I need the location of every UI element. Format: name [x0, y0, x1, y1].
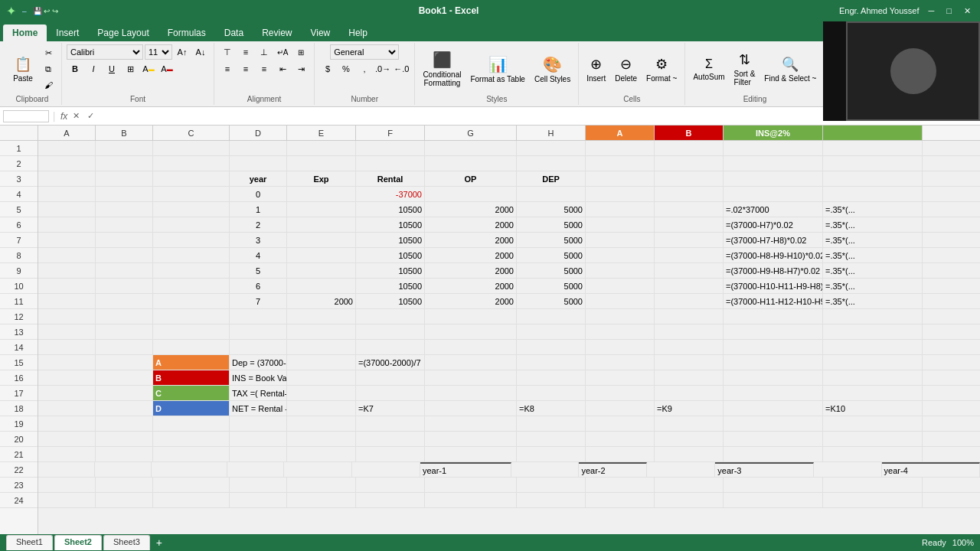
cell-h11[interactable]: 5000 — [517, 294, 586, 308]
cell-i7[interactable] — [586, 233, 655, 247]
row-num-17[interactable]: 17 — [0, 386, 38, 401]
col-header-g[interactable]: G — [425, 126, 517, 140]
cell-g2[interactable] — [425, 156, 517, 171]
align-bottom-button[interactable]: ⊥ — [256, 44, 273, 60]
cell-d11[interactable]: 7 — [230, 294, 287, 308]
cell-g11[interactable]: 2000 — [425, 294, 517, 308]
row-num-19[interactable]: 19 — [0, 416, 38, 432]
cell-b8[interactable] — [96, 248, 153, 262]
cell-j3[interactable] — [655, 171, 724, 186]
row-num-10[interactable]: 10 — [0, 279, 38, 294]
cell-f8[interactable]: 10500 — [356, 248, 425, 262]
cell-j8[interactable] — [655, 248, 724, 262]
border-button[interactable]: ⊞ — [122, 61, 139, 77]
conditional-formatting-button[interactable]: ⬛ ConditionalFormatting — [420, 49, 464, 89]
cell-c12[interactable] — [153, 309, 230, 324]
cell-c10[interactable] — [153, 279, 230, 293]
row-num-16[interactable]: 16 — [0, 370, 38, 386]
cell-g12[interactable] — [425, 309, 517, 324]
cell-j4[interactable] — [655, 187, 724, 201]
decimal-decrease-button[interactable]: ←.0 — [393, 61, 410, 77]
sheet-tab-1[interactable]: Sheet1 — [6, 535, 53, 550]
format-as-table-button[interactable]: 📊 Format as Table — [467, 54, 528, 85]
col-header-l[interactable] — [823, 126, 923, 140]
cell-e1[interactable] — [287, 141, 356, 155]
cell-k22[interactable]: year-3 — [715, 462, 813, 477]
cell-b5[interactable] — [96, 202, 153, 217]
cell-l7[interactable]: =.35*(... — [823, 233, 923, 247]
col-header-e[interactable]: E — [287, 126, 356, 140]
col-header-j[interactable]: B — [655, 126, 724, 140]
cell-i11[interactable] — [586, 294, 655, 308]
comma-button[interactable]: , — [356, 61, 373, 77]
col-header-b[interactable]: B — [96, 126, 153, 140]
cut-button[interactable]: ✂ — [40, 45, 57, 60]
cell-a3[interactable] — [38, 171, 96, 186]
cell-f1[interactable] — [356, 141, 425, 155]
cell-h9[interactable]: 5000 — [517, 263, 586, 278]
cell-c16[interactable]: B — [153, 370, 230, 385]
cell-b4[interactable] — [96, 187, 153, 201]
cell-a12[interactable] — [38, 309, 96, 324]
cell-c15[interactable]: A — [153, 355, 230, 370]
cell-k3[interactable] — [724, 171, 823, 186]
percent-button[interactable]: % — [338, 61, 354, 77]
cell-f2[interactable] — [356, 156, 425, 171]
window-min[interactable]: ─ — [926, 6, 938, 15]
cell-b6[interactable] — [96, 217, 153, 232]
cell-a9[interactable] — [38, 263, 96, 278]
cell-a1[interactable] — [38, 141, 96, 155]
window-close[interactable]: ✕ — [961, 6, 974, 16]
cell-a10[interactable] — [38, 279, 96, 293]
cell-j2[interactable] — [655, 156, 724, 171]
tab-insert[interactable]: Insert — [47, 24, 88, 41]
cell-i22[interactable]: year-2 — [579, 462, 647, 477]
cell-a11[interactable] — [38, 294, 96, 308]
underline-button[interactable]: U — [103, 61, 120, 77]
cell-l18[interactable]: =K10 — [823, 401, 923, 416]
cell-b3[interactable] — [96, 171, 153, 186]
sum-button[interactable]: Σ AutoSum — [690, 56, 727, 83]
paste-button[interactable]: 📋 Paste — [8, 54, 38, 84]
cell-d3[interactable]: year — [230, 171, 287, 186]
cell-l11[interactable]: =.35*(... — [823, 294, 923, 308]
decrease-indent-button[interactable]: ⇤ — [274, 61, 291, 77]
cell-d4[interactable]: 0 — [230, 187, 287, 201]
row-num-8[interactable]: 8 — [0, 248, 38, 263]
cell-c11[interactable] — [153, 294, 230, 308]
cell-c17[interactable]: C — [153, 386, 230, 400]
cell-h18[interactable]: =K8 — [517, 401, 586, 416]
format-button[interactable]: ⚙ Format ~ — [643, 54, 680, 84]
row-num-14[interactable]: 14 — [0, 340, 38, 355]
row-num-12[interactable]: 12 — [0, 309, 38, 324]
wrap-text-button[interactable]: ↵A — [274, 44, 291, 60]
cell-g9[interactable]: 2000 — [425, 263, 517, 278]
cell-e10[interactable] — [287, 279, 356, 293]
cell-d9[interactable]: 5 — [230, 263, 287, 278]
align-center-button[interactable]: ≡ — [237, 61, 254, 77]
cell-f5[interactable]: 10500 — [356, 202, 425, 217]
formula-cancel[interactable]: ✕ — [70, 111, 82, 121]
cell-f11[interactable]: 10500 — [356, 294, 425, 308]
row-num-11[interactable]: 11 — [0, 294, 38, 309]
format-painter-button[interactable]: 🖌 — [40, 77, 57, 93]
cell-c3[interactable] — [153, 171, 230, 186]
cell-d6[interactable]: 2 — [230, 217, 287, 232]
italic-button[interactable]: I — [85, 61, 102, 77]
cell-d10[interactable]: 6 — [230, 279, 287, 293]
insert-button[interactable]: ⊕ Insert — [583, 54, 609, 84]
cell-l1[interactable] — [823, 141, 923, 155]
currency-button[interactable]: $ — [319, 61, 336, 77]
cell-c1[interactable] — [153, 141, 230, 155]
cell-f3[interactable]: Rental — [356, 171, 425, 186]
cell-b12[interactable] — [96, 309, 153, 324]
col-header-a[interactable]: A — [38, 126, 96, 140]
cell-b1[interactable] — [96, 141, 153, 155]
cell-styles-button[interactable]: 🎨 Cell Styles — [531, 54, 573, 85]
cell-i5[interactable] — [586, 202, 655, 217]
align-left-button[interactable]: ≡ — [219, 61, 236, 77]
align-top-button[interactable]: ⊤ — [219, 44, 236, 60]
sort-filter-button[interactable]: ⇅ Sort &Filter — [731, 50, 759, 88]
cell-a15[interactable] — [38, 355, 96, 370]
cell-l6[interactable]: =.35*(... — [823, 217, 923, 232]
